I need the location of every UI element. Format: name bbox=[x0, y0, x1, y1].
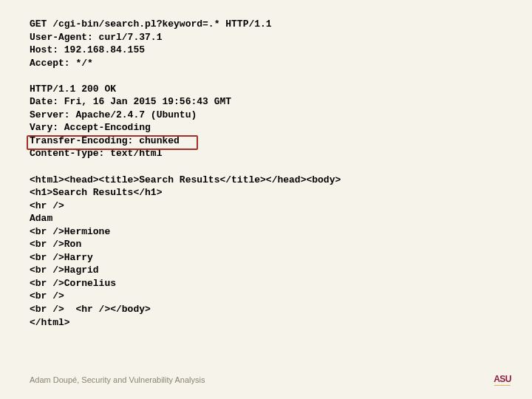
code-line: Host: 192.168.84.155 bbox=[30, 44, 145, 55]
code-line: <br /> bbox=[30, 290, 64, 301]
code-line: HTTP/1.1 200 OK bbox=[30, 83, 116, 95]
code-line: <h1>Search Results</h1> bbox=[30, 187, 162, 198]
code-line: User-Agent: curl/7.37.1 bbox=[30, 32, 162, 43]
code-line: <br />Harry bbox=[30, 252, 93, 263]
code-line: Server: Apache/2.4.7 (Ubuntu) bbox=[30, 109, 197, 120]
highlight-box-transfer-encoding bbox=[27, 135, 198, 150]
code-line: <br />Hagrid bbox=[30, 265, 99, 276]
code-line: Adam bbox=[30, 213, 52, 224]
code-line: <br /> <hr /></body> bbox=[30, 304, 151, 315]
code-line: <br />Cornelius bbox=[30, 278, 116, 289]
asu-logo: ASU ——— bbox=[494, 375, 511, 387]
code-line: <br />Ron bbox=[30, 239, 81, 250]
code-line: Accept: */* bbox=[30, 58, 93, 69]
code-line: Date: Fri, 16 Jan 2015 19:56:43 GMT bbox=[30, 96, 231, 107]
code-line: GET /cgi-bin/search.pl?keyword=.* HTTP/1… bbox=[30, 18, 272, 30]
code-line: <html><head><title>Search Results</title… bbox=[30, 174, 341, 185]
code-line: Vary: Accept-Encoding bbox=[30, 122, 151, 133]
code-line: </html> bbox=[30, 317, 70, 328]
footer-credit: Adam Doupé, Security and Vulnerability A… bbox=[30, 375, 205, 384]
code-line: <br />Hermione bbox=[30, 226, 110, 237]
code-line: <hr /> bbox=[30, 200, 64, 211]
logo-bottom: ——— bbox=[494, 383, 511, 387]
http-code-block: GET /cgi-bin/search.pl?keyword=.* HTTP/1… bbox=[30, 18, 341, 329]
